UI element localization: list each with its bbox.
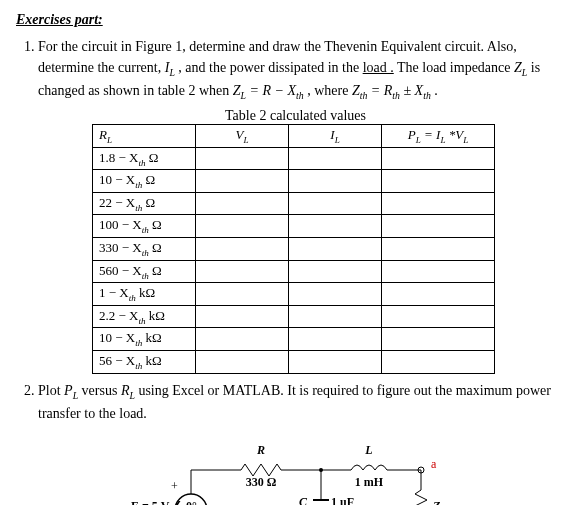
q1-eq1: ZL = R − Xth: [233, 83, 304, 98]
table-row: 22 − Xth Ω: [93, 192, 495, 215]
q1-IL: IL: [165, 60, 175, 75]
section-header: Exercises part:: [16, 12, 553, 28]
load-resistor-icon: [415, 490, 427, 505]
table-row: 1.8 − Xth Ω: [93, 147, 495, 170]
table-head: RL VL IL PL = IL *VL: [93, 124, 495, 147]
table-row: 100 − Xth Ω: [93, 215, 495, 238]
c-value: 1 uF: [331, 495, 354, 505]
q2-PL: PL: [64, 383, 78, 398]
zl-label: ZL: [432, 499, 446, 505]
table-row: 10 − Xth kΩ: [93, 328, 495, 351]
q1-eq2-end: .: [431, 83, 438, 98]
table-row: 560 − Xth Ω: [93, 260, 495, 283]
question-2: Plot PL versus RL using Excel or MATLAB.…: [38, 380, 553, 506]
table-row: 330 − Xth Ω: [93, 237, 495, 260]
q2-RL: RL: [121, 383, 135, 398]
c-label: C: [298, 495, 307, 505]
table-row: 10 − Xth Ω: [93, 170, 495, 193]
q1-load: load .: [363, 60, 394, 75]
q1-eq2: Zth = Rth ± Xth: [352, 83, 431, 98]
l-value: 1 mH: [354, 475, 383, 489]
r-value: 330 Ω: [245, 475, 276, 489]
q2-text-b: versus: [78, 383, 121, 398]
q1-text-c: The load impedance: [394, 60, 514, 75]
q1-eq1-tail: , where: [304, 83, 352, 98]
inductor-icon: [351, 465, 387, 470]
figure-1: ∿ + − E = 5 V ∠ 0° f=1000Hz R 330 Ω C 1 …: [38, 430, 553, 505]
source-e-label: E = 5 V ∠ 0°: [131, 499, 197, 505]
table-row: 56 − Xth kΩ: [93, 350, 495, 373]
l-label: L: [364, 443, 372, 457]
q1-text-b: , and the power dissipated in the: [175, 60, 363, 75]
q1-ZL: ZL: [514, 60, 527, 75]
table-row: 2.2 − Xth kΩ: [93, 305, 495, 328]
question-1: For the circuit in Figure 1, determine a…: [38, 36, 553, 374]
table-row: 1 − Xth kΩ: [93, 283, 495, 306]
node-a-label: a: [431, 457, 437, 471]
q2-text-a: Plot: [38, 383, 64, 398]
plus-label: +: [171, 479, 178, 493]
table-2: RL VL IL PL = IL *VL 1.8 − Xth Ω 10 − Xt…: [92, 124, 495, 374]
table-caption: Table 2 calculated values: [38, 108, 553, 124]
r-label: R: [255, 443, 264, 457]
circuit-diagram: ∿ + − E = 5 V ∠ 0° f=1000Hz R 330 Ω C 1 …: [131, 430, 461, 505]
